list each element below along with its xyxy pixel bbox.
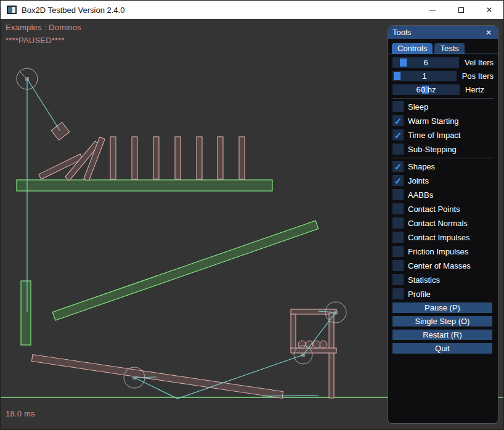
app-window: Box2D Testbed Version 2.4.0 ✕ xyxy=(0,0,504,430)
check-icon: ✓ xyxy=(394,116,402,126)
check-icon: ✓ xyxy=(394,162,402,171)
checkbox-statistics[interactable]: Statistics xyxy=(392,274,494,285)
tools-panel-body: 6 Vel Iters 1 Pos Iters 60 hz Hertz xyxy=(388,54,498,354)
separator xyxy=(392,158,494,158)
minimize-button[interactable] xyxy=(418,1,447,19)
vel-iters-label: Vel Iters xyxy=(465,58,494,67)
maximize-button[interactable] xyxy=(447,1,475,19)
checkbox-box[interactable]: ✓ xyxy=(392,161,404,172)
checkbox-box[interactable] xyxy=(392,189,404,200)
frame-right-post xyxy=(329,313,334,398)
pos-iters-value: 1 xyxy=(392,71,457,81)
domino xyxy=(197,137,202,179)
vel-iters-value: 6 xyxy=(392,57,459,68)
checkbox-box[interactable] xyxy=(392,144,404,155)
maximize-icon xyxy=(458,7,464,13)
tab-controls[interactable]: Controls xyxy=(392,43,433,54)
paused-label: ****PAUSED**** xyxy=(6,36,65,45)
checkbox-contact-points[interactable]: Contact Points xyxy=(392,203,494,214)
vertical-plank xyxy=(21,281,31,345)
hertz-slider[interactable]: 60 hz xyxy=(392,84,460,95)
pos-iters-row: 1 Pos Iters xyxy=(392,71,494,81)
shelf-ball xyxy=(298,341,306,348)
pause-button[interactable]: Pause (P) xyxy=(392,302,492,313)
os-titlebar: Box2D Testbed Version 2.4.0 ✕ xyxy=(1,1,503,19)
checkbox-box[interactable] xyxy=(392,232,404,243)
minimize-icon xyxy=(429,10,436,10)
check-icon: ✓ xyxy=(394,176,402,185)
checkbox-box[interactable] xyxy=(392,246,404,257)
hertz-label: Hertz xyxy=(465,85,484,94)
checkbox-box[interactable]: ✓ xyxy=(392,115,404,126)
shelf-ball xyxy=(313,341,320,348)
tools-panel: Tools ✕ Controls Tests 6 Vel Iters 1 xyxy=(388,25,498,424)
domino xyxy=(175,137,181,179)
frame-left-post xyxy=(291,314,296,349)
quit-button[interactable]: Quit xyxy=(392,343,492,354)
pos-iters-label: Pos Iters xyxy=(462,71,494,81)
tools-panel-titlebar[interactable]: Tools ✕ xyxy=(388,26,498,39)
domino xyxy=(110,137,116,179)
checkbox-profile[interactable]: Profile xyxy=(392,288,494,299)
close-icon: ✕ xyxy=(486,28,492,37)
close-button[interactable]: ✕ xyxy=(475,1,503,19)
checkbox-box[interactable]: ✓ xyxy=(392,175,404,186)
checkbox-shapes[interactable]: ✓ Shapes xyxy=(392,161,494,172)
checkbox-friction-impulses[interactable]: Friction Impulses xyxy=(392,246,494,257)
checkbox-box[interactable] xyxy=(392,274,404,285)
checkbox-time-of-impact[interactable]: ✓ Time of Impact xyxy=(392,129,494,140)
checkbox-box[interactable]: ✓ xyxy=(392,129,404,140)
checkbox-warm-starting[interactable]: ✓ Warm Starting xyxy=(392,115,494,126)
domino xyxy=(153,137,159,179)
tools-tabbar: Controls Tests xyxy=(388,39,498,54)
hertz-row: 60 hz Hertz xyxy=(392,84,494,95)
single-step-button[interactable]: Single Step (O) xyxy=(392,316,492,327)
pos-iters-slider[interactable]: 1 xyxy=(392,71,457,81)
checkbox-sleep[interactable]: Sleep xyxy=(392,101,494,112)
frame-time-label: 18.0 ms xyxy=(6,409,35,418)
tools-close-button[interactable]: ✕ xyxy=(484,28,494,38)
domino xyxy=(239,137,245,179)
restart-button[interactable]: Restart (R) xyxy=(392,330,492,340)
domino xyxy=(217,137,223,179)
checkbox-box[interactable] xyxy=(392,217,404,229)
window-controls: ✕ xyxy=(418,1,503,19)
checkbox-box[interactable] xyxy=(392,288,404,299)
checkbox-joints[interactable]: ✓ Joints xyxy=(392,175,494,186)
domino xyxy=(132,137,137,179)
close-icon: ✕ xyxy=(486,6,492,14)
shelf-ball xyxy=(320,341,327,348)
frame-shelf xyxy=(291,348,336,353)
tab-tests[interactable]: Tests xyxy=(434,43,464,54)
checkbox-box[interactable] xyxy=(392,203,404,214)
checkbox-box[interactable] xyxy=(392,101,404,112)
checkbox-contact-impulses[interactable]: Contact Impulses xyxy=(392,232,494,243)
checkbox-center-of-masses[interactable]: Center of Masses xyxy=(392,260,494,271)
seesaw-plank xyxy=(31,355,283,399)
checkbox-box[interactable] xyxy=(392,260,404,271)
example-label: Examples : Dominos xyxy=(6,23,81,32)
checkbox-aabbs[interactable]: AABBs xyxy=(392,189,494,200)
checkbox-sub-stepping[interactable]: Sub-Stepping xyxy=(392,144,494,155)
vel-iters-row: 6 Vel Iters xyxy=(392,57,494,68)
separator xyxy=(392,98,494,99)
hertz-value: 60 hz xyxy=(392,84,460,95)
window-title: Box2D Testbed Version 2.4.0 xyxy=(22,6,124,15)
vel-iters-slider[interactable]: 6 xyxy=(392,57,459,68)
platform xyxy=(17,180,272,191)
tools-panel-title: Tools xyxy=(392,28,484,37)
diagonal-plank xyxy=(52,221,318,320)
checkbox-contact-normals[interactable]: Contact Normals xyxy=(392,217,494,229)
app-icon xyxy=(7,6,17,14)
check-icon: ✓ xyxy=(394,131,402,140)
